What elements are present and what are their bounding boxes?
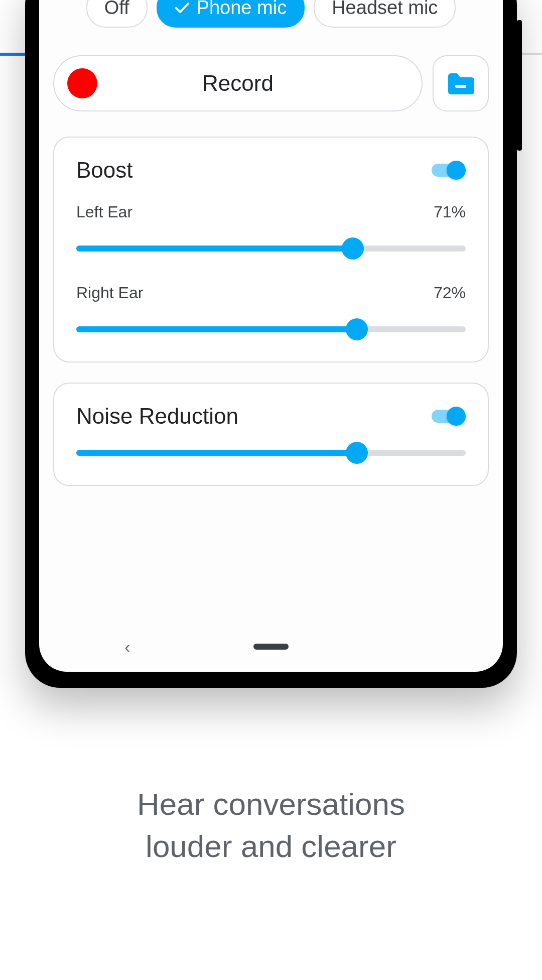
slider-labels: Right Ear 72% — [76, 284, 466, 302]
caption-text: Hear conversations louder and clearer — [137, 787, 405, 864]
nav-home-pill[interactable] — [253, 644, 289, 650]
noise-reduction-title: Noise Reduction — [76, 404, 238, 429]
noise-reduction-slider[interactable] — [76, 443, 466, 463]
decorative-gray-line — [522, 53, 542, 55]
slider-thumb — [346, 442, 368, 464]
mic-source-selector: Off Phone mic Headset mic — [53, 0, 489, 28]
mic-option-label: Off — [104, 0, 129, 19]
nav-back-icon[interactable]: ‹ — [124, 637, 130, 657]
phone-screen: Off Phone mic Headset mic Record — [39, 0, 503, 672]
right-ear-slider-group: Right Ear 72% — [76, 284, 466, 339]
left-ear-label: Left Ear — [76, 203, 132, 221]
left-ear-value: 71% — [434, 203, 466, 221]
check-icon — [175, 2, 190, 14]
slider-fill — [76, 246, 353, 252]
phone-frame: Off Phone mic Headset mic Record — [25, 0, 517, 688]
mic-option-label: Headset mic — [332, 0, 438, 19]
mic-option-off[interactable]: Off — [86, 0, 148, 28]
mic-option-label: Phone mic — [197, 0, 287, 19]
mic-option-phone[interactable]: Phone mic — [157, 0, 305, 28]
toggle-thumb — [447, 407, 466, 426]
record-button[interactable]: Record — [53, 55, 423, 111]
left-ear-slider-group: Left Ear 71% — [76, 203, 466, 259]
noise-reduction-toggle[interactable] — [432, 407, 466, 426]
marketing-caption: Hear conversations louder and clearer — [0, 783, 542, 867]
slider-labels: Left Ear 71% — [76, 203, 466, 221]
recordings-folder-button[interactable] — [433, 55, 489, 111]
record-label: Record — [54, 71, 422, 96]
slider-thumb — [342, 237, 364, 260]
android-navbar: ‹ — [39, 632, 503, 662]
boost-header: Boost — [76, 158, 466, 183]
noise-reduction-card: Noise Reduction — [53, 383, 489, 486]
boost-toggle[interactable] — [432, 161, 466, 180]
right-ear-slider[interactable] — [76, 319, 466, 339]
boost-card: Boost Left Ear 71% Rig — [53, 137, 489, 362]
slider-thumb — [346, 318, 368, 340]
record-dot-icon — [67, 68, 97, 98]
slider-fill — [76, 450, 357, 456]
right-ear-value: 72% — [434, 284, 466, 302]
slider-fill — [76, 326, 357, 332]
record-row: Record — [53, 55, 489, 111]
svg-rect-0 — [455, 85, 466, 88]
left-ear-slider[interactable] — [76, 238, 466, 259]
folder-icon — [446, 71, 475, 95]
boost-title: Boost — [76, 158, 133, 183]
mic-option-headset[interactable]: Headset mic — [314, 0, 456, 28]
right-ear-label: Right Ear — [76, 284, 143, 302]
toggle-thumb — [447, 161, 466, 180]
noise-reduction-header: Noise Reduction — [76, 404, 466, 429]
